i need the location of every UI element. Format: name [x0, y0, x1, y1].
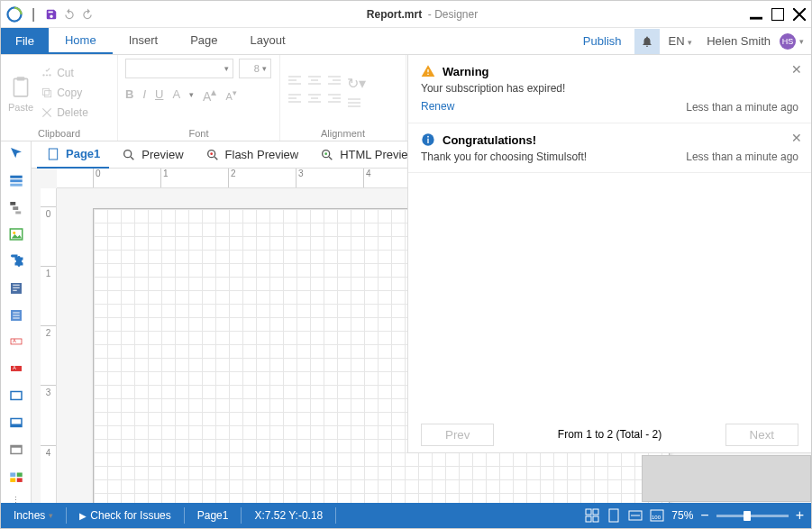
- left-toolbox: A A ⋮: [1, 141, 32, 505]
- group-label-clipboard: Clipboard: [8, 126, 110, 141]
- units-button[interactable]: Inches ▾: [8, 509, 59, 522]
- magnifier-icon: [122, 148, 136, 162]
- vertical-ruler: 01234: [41, 188, 57, 505]
- align-center-icon[interactable]: [307, 93, 322, 105]
- title-bar: | Report.mrt - Designer: [1, 1, 811, 28]
- svg-rect-4: [17, 77, 25, 80]
- user-menu-caret-icon[interactable]: ▾: [799, 37, 804, 46]
- font-color-button[interactable]: A: [172, 87, 180, 101]
- notification-title: Congratulations!: [442, 133, 536, 147]
- maximize-icon[interactable]: [771, 8, 784, 21]
- undo-icon[interactable]: [62, 7, 77, 22]
- shrink-font-button[interactable]: A▾: [225, 87, 236, 102]
- grow-font-button[interactable]: A▴: [203, 86, 216, 104]
- page-icon: [46, 147, 60, 161]
- toolbox-list-icon[interactable]: [8, 307, 24, 324]
- delete-icon: [41, 106, 53, 119]
- paste-button[interactable]: Paste: [8, 73, 33, 113]
- zoom-in-button[interactable]: +: [796, 507, 804, 524]
- svg-rect-23: [11, 424, 22, 427]
- font-name-combo[interactable]: ▾: [125, 59, 233, 78]
- underline-button[interactable]: U: [155, 87, 163, 101]
- svg-rect-42: [593, 516, 598, 522]
- svg-point-31: [124, 150, 132, 157]
- italic-button[interactable]: I: [142, 87, 146, 101]
- svg-rect-37: [427, 139, 428, 143]
- toolbox-gallery-icon[interactable]: [8, 469, 24, 485]
- flash-preview-icon: [205, 148, 220, 162]
- toolbox-footer-icon[interactable]: [8, 415, 24, 431]
- svg-rect-10: [10, 202, 15, 205]
- zoom-out-button[interactable]: −: [700, 507, 708, 524]
- svg-rect-5: [45, 90, 51, 96]
- tab-page[interactable]: Page: [174, 28, 233, 54]
- group-label-font: Font: [125, 126, 272, 141]
- toolbox-text-icon[interactable]: [8, 280, 24, 296]
- close-icon[interactable]: [793, 8, 806, 21]
- notifications-button[interactable]: [634, 29, 660, 54]
- pager-next-button[interactable]: Next: [725, 424, 798, 446]
- align-left-icon[interactable]: [287, 93, 302, 105]
- avatar[interactable]: HS: [780, 33, 796, 50]
- svg-rect-9: [10, 184, 22, 187]
- ribbon-tabs: File Home Insert Page Layout Publish EN …: [1, 28, 811, 55]
- align-right-icon[interactable]: [327, 93, 342, 105]
- toolbox-cursor-icon[interactable]: [8, 145, 24, 161]
- notification-link[interactable]: Renew: [421, 100, 454, 113]
- save-icon[interactable]: [44, 7, 59, 22]
- zoom-slider[interactable]: [716, 515, 789, 517]
- toolbox-image-icon[interactable]: [8, 226, 24, 242]
- app-logo-icon: [6, 6, 23, 23]
- tab-layout[interactable]: Layout: [234, 28, 302, 54]
- doc-tab-preview[interactable]: Preview: [113, 141, 192, 169]
- doc-tab-flash[interactable]: Flash Preview: [196, 141, 308, 169]
- toolbox-label-icon[interactable]: A: [8, 333, 24, 350]
- right-panel-collapsed[interactable]: [642, 455, 811, 502]
- rotate-button[interactable]: ↻▾: [347, 75, 366, 92]
- tab-insert[interactable]: Insert: [113, 28, 175, 54]
- notification-close-icon[interactable]: ✕: [791, 62, 802, 77]
- tab-home[interactable]: Home: [49, 28, 113, 54]
- align-top-left-icon[interactable]: [287, 75, 302, 87]
- svg-rect-3: [14, 78, 27, 96]
- view-single-icon[interactable]: [607, 508, 621, 523]
- check-issues-button[interactable]: ▶ Check for Issues: [74, 509, 176, 522]
- bold-button[interactable]: B: [125, 87, 133, 101]
- align-top-center-icon[interactable]: [307, 75, 322, 87]
- align-top-right-icon[interactable]: [327, 75, 342, 87]
- align-justify-icon[interactable]: [347, 97, 361, 110]
- warning-icon: [421, 64, 435, 78]
- svg-text:A: A: [13, 339, 16, 344]
- svg-rect-43: [609, 509, 618, 522]
- pager-prev-button[interactable]: Prev: [421, 424, 494, 446]
- language-button[interactable]: EN ▾: [663, 34, 698, 48]
- delete-button[interactable]: Delete: [41, 103, 88, 123]
- svg-rect-27: [16, 473, 22, 477]
- svg-rect-1: [750, 16, 762, 19]
- svg-text:A: A: [13, 366, 16, 371]
- tab-file[interactable]: File: [1, 28, 49, 54]
- svg-rect-11: [13, 206, 18, 210]
- view-100-icon[interactable]: 100: [650, 508, 664, 523]
- doc-tab-page1[interactable]: Page1: [37, 141, 109, 169]
- toolbox-window-icon[interactable]: [8, 442, 24, 458]
- svg-rect-41: [586, 516, 591, 522]
- toolbox-hierarchy-icon[interactable]: [8, 199, 24, 215]
- redo-icon[interactable]: [80, 7, 95, 22]
- window-title: Report.mrt - Designer: [95, 8, 750, 21]
- copy-button[interactable]: Copy: [41, 83, 88, 103]
- cut-button[interactable]: Cut: [41, 63, 88, 83]
- user-name[interactable]: Helen Smith: [701, 34, 776, 48]
- toolbox-panel-icon[interactable]: [8, 388, 24, 404]
- minimize-icon[interactable]: [750, 8, 762, 21]
- toolbox-data-icon[interactable]: [8, 172, 24, 188]
- font-size-combo[interactable]: 8 ▾: [239, 59, 271, 78]
- notification-close-icon[interactable]: ✕: [791, 131, 802, 145]
- notification-time: Less than a minute ago: [686, 101, 798, 114]
- toolbox-header-icon[interactable]: A: [8, 360, 24, 377]
- notification-title: Warning: [442, 65, 489, 78]
- toolbox-puzzle-icon[interactable]: [8, 253, 24, 269]
- view-grid-icon[interactable]: [585, 508, 599, 523]
- publish-button[interactable]: Publish: [574, 34, 631, 48]
- view-width-icon[interactable]: [628, 508, 643, 523]
